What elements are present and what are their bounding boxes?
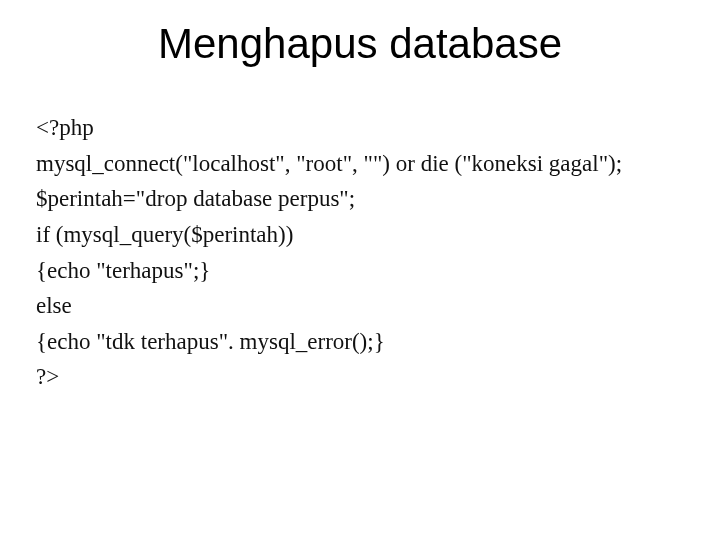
slide: Menghapus database <?php mysql_connect("… [0,0,720,540]
code-line: {echo "tdk terhapus". mysql_error();} [36,324,684,360]
slide-title: Menghapus database [0,20,720,68]
code-line: $perintah="drop database perpus"; [36,181,684,217]
code-line: {echo "terhapus";} [36,253,684,289]
code-line: mysql_connect("localhost", "root", "") o… [36,146,684,182]
code-block: <?php mysql_connect("localhost", "root",… [36,110,684,395]
code-line: if (mysql_query($perintah)) [36,217,684,253]
code-line: ?> [36,359,684,395]
code-line: else [36,288,684,324]
code-line: <?php [36,110,684,146]
